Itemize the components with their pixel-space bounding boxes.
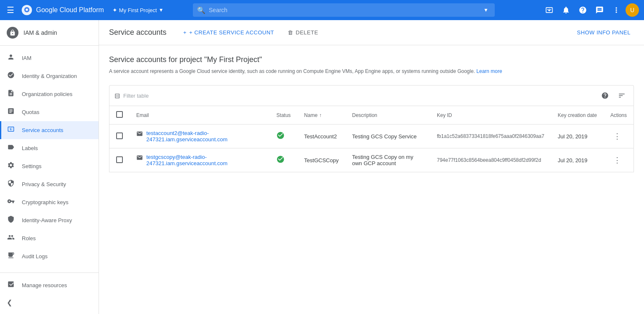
roles-nav-icon bbox=[7, 234, 15, 243]
sidebar-label-privacy-security: Privacy & Security bbox=[22, 181, 66, 187]
help-table-icon[interactable] bbox=[598, 89, 612, 102]
sidebar-item-org-policies[interactable]: Organization policies bbox=[0, 85, 99, 103]
project-name: My First Project bbox=[119, 7, 157, 13]
filter-left: ⊟ Filter table bbox=[114, 92, 149, 100]
description-header: Description bbox=[345, 106, 430, 125]
status-active-icon-1 bbox=[276, 156, 285, 165]
filter-right bbox=[598, 89, 628, 102]
service-accounts-nav-icon bbox=[7, 125, 15, 135]
cloud-shell-icon[interactable] bbox=[542, 3, 557, 18]
row-actions-1[interactable]: ⋮ bbox=[604, 148, 634, 172]
row-email-text-1[interactable]: testgcscopy@teak-radio-247321.iam.gservi… bbox=[146, 154, 263, 166]
delete-button[interactable]: 🗑 DELETE bbox=[284, 27, 322, 38]
settings-nav-icon bbox=[7, 161, 15, 171]
sidebar-item-identity-aware-proxy[interactable]: Identity-Aware Proxy bbox=[0, 211, 99, 229]
row-checkbox-1[interactable] bbox=[116, 156, 123, 163]
search-icon: 🔍 bbox=[197, 6, 205, 14]
show-info-panel-button[interactable]: SHOW INFO PANEL bbox=[574, 27, 634, 38]
row-actions-button-0[interactable]: ⋮ bbox=[610, 130, 624, 143]
status-active-icon-0 bbox=[276, 132, 285, 141]
key-id-header: Key ID bbox=[430, 106, 551, 125]
sidebar-item-labels[interactable]: Labels bbox=[0, 139, 99, 157]
row-checkbox-cell-0[interactable] bbox=[109, 125, 130, 148]
hamburger-icon[interactable]: ☰ bbox=[5, 3, 16, 17]
delete-icon: 🗑 bbox=[288, 29, 293, 36]
row-status-0 bbox=[270, 125, 297, 148]
row-actions-0[interactable]: ⋮ bbox=[604, 125, 634, 148]
app-layout: IAM & admin IAM Identity & Organization bbox=[0, 20, 644, 314]
project-dropdown-icon: ▼ bbox=[158, 7, 164, 13]
learn-more-link[interactable]: Learn more bbox=[476, 68, 502, 74]
row-actions-button-1[interactable]: ⋮ bbox=[610, 153, 624, 167]
row-checkbox-0[interactable] bbox=[116, 132, 123, 139]
gcp-logo-icon bbox=[21, 4, 33, 16]
more-vert-icon[interactable] bbox=[609, 3, 624, 18]
sidebar-bottom: Manage resources ❮ bbox=[0, 272, 99, 314]
sidebar-item-iam[interactable]: IAM bbox=[0, 49, 99, 67]
filter-placeholder-text[interactable]: Filter table bbox=[123, 93, 149, 99]
sidebar-nav: IAM Identity & Organization Organization… bbox=[0, 46, 99, 272]
email-account-icon-0 bbox=[136, 130, 143, 139]
crypto-keys-nav-icon bbox=[7, 197, 15, 207]
name-header[interactable]: Name ↑ bbox=[297, 106, 345, 125]
row-status-1 bbox=[270, 148, 297, 172]
select-all-header[interactable] bbox=[109, 106, 130, 125]
sidebar-item-roles[interactable]: Roles bbox=[0, 229, 99, 247]
row-checkbox-cell-1[interactable] bbox=[109, 148, 130, 172]
sidebar-item-settings[interactable]: Settings bbox=[0, 157, 99, 175]
sidebar-header: IAM & admin bbox=[0, 20, 99, 46]
sidebar-item-audit-logs[interactable]: Audit Logs bbox=[0, 247, 99, 265]
sidebar-label-settings: Settings bbox=[22, 163, 42, 169]
sidebar-label-manage-resources: Manage resources bbox=[22, 282, 67, 288]
identity-org-nav-icon bbox=[7, 71, 15, 81]
column-toggle-icon[interactable] bbox=[615, 89, 628, 102]
sidebar-label-iam: IAM bbox=[22, 55, 31, 61]
select-all-checkbox[interactable] bbox=[116, 111, 123, 118]
support-icon[interactable] bbox=[592, 3, 607, 18]
help-icon[interactable] bbox=[575, 3, 590, 18]
page-description: A service account represents a Google Cl… bbox=[109, 67, 634, 75]
sidebar-item-quotas[interactable]: Quotas bbox=[0, 103, 99, 121]
user-avatar[interactable]: U bbox=[626, 3, 639, 17]
key-creation-date-header: Key creation date bbox=[551, 106, 603, 125]
collapse-sidebar-icon: ❮ bbox=[7, 298, 12, 306]
org-policies-nav-icon bbox=[7, 89, 15, 99]
row-name-1: TestGCSCopy bbox=[297, 148, 345, 172]
sidebar-item-service-accounts[interactable]: Service accounts bbox=[0, 121, 99, 139]
search-dropdown-icon[interactable]: ▼ bbox=[481, 5, 491, 15]
row-key-creation-date-1: Jul 20, 2019 bbox=[551, 148, 603, 172]
email-header: Email bbox=[130, 106, 270, 125]
sidebar-item-crypto-keys[interactable]: Cryptographic keys bbox=[0, 193, 99, 211]
filter-bar: ⊟ Filter table bbox=[109, 85, 634, 106]
sidebar-label-service-accounts: Service accounts bbox=[22, 127, 63, 133]
sidebar-item-privacy-security[interactable]: Privacy & Security bbox=[0, 175, 99, 193]
search-bar[interactable]: 🔍 ▼ bbox=[193, 3, 495, 17]
row-key-creation-date-0: Jul 20, 2019 bbox=[551, 125, 603, 148]
sidebar-label-identity-org: Identity & Organization bbox=[22, 73, 77, 79]
project-selector[interactable]: ✦ My First Project ▼ bbox=[109, 5, 167, 15]
sidebar-item-identity-org[interactable]: Identity & Organization bbox=[0, 67, 99, 85]
notifications-icon[interactable] bbox=[558, 3, 574, 18]
service-accounts-table: Email Status Name ↑ Description bbox=[109, 106, 634, 172]
main-content-area: Service accounts + + CREATE SERVICE ACCO… bbox=[99, 20, 644, 314]
status-header: Status bbox=[270, 106, 297, 125]
email-account-icon-1 bbox=[136, 154, 143, 163]
name-sort-arrow: ↑ bbox=[319, 112, 322, 118]
sidebar: IAM & admin IAM Identity & Organization bbox=[0, 20, 99, 314]
sidebar-item-manage-resources[interactable]: Manage resources bbox=[0, 276, 99, 294]
main-page-content: Service accounts for project "My First P… bbox=[99, 45, 644, 182]
actions-header: Actions bbox=[604, 106, 634, 125]
row-email-text-0[interactable]: testaccount2@teak-radio-247321.iam.gserv… bbox=[146, 130, 263, 143]
sidebar-label-roles: Roles bbox=[22, 235, 36, 241]
row-key-id-0: fb1a1c52a68373341818fe675aaa0f2846309aa7 bbox=[430, 125, 551, 148]
topbar: ☰ Google Cloud Platform ✦ My First Proje… bbox=[0, 0, 644, 20]
sidebar-label-quotas: Quotas bbox=[22, 109, 39, 115]
delete-label: DELETE bbox=[296, 29, 318, 36]
sidebar-label-crypto-keys: Cryptographic keys bbox=[22, 199, 68, 205]
create-service-account-button[interactable]: + + CREATE SERVICE ACCOUNT bbox=[180, 27, 278, 38]
search-input[interactable] bbox=[209, 7, 478, 13]
main-toolbar: Service accounts + + CREATE SERVICE ACCO… bbox=[99, 20, 644, 45]
topbar-actions: U bbox=[542, 3, 639, 18]
collapse-sidebar-btn[interactable]: ❮ bbox=[0, 294, 99, 311]
row-name-0: TestAccount2 bbox=[297, 125, 345, 148]
